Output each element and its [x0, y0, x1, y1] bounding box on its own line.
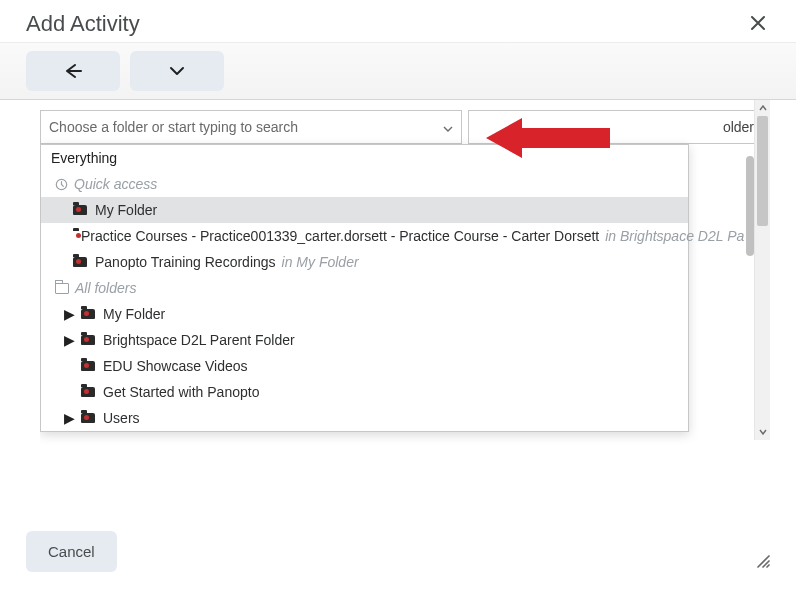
- folder-outline-icon: [55, 283, 69, 294]
- folder-search-combo[interactable]: Choose a folder or start typing to searc…: [40, 110, 462, 144]
- tree-item-my-folder[interactable]: ▶ My Folder: [41, 301, 688, 327]
- close-button[interactable]: [746, 10, 770, 38]
- dropdown-everything[interactable]: Everything: [41, 145, 688, 171]
- content-scrollbar[interactable]: [754, 100, 770, 440]
- folder-path-display: older": [468, 110, 770, 144]
- folder-icon: [81, 309, 95, 319]
- content-area: Choose a folder or start typing to searc…: [0, 100, 796, 460]
- quick-item-panopto-training[interactable]: Panopto Training Recordings in My Folder: [41, 249, 688, 275]
- folder-dropdown: Everything Quick access My Folder Practi…: [40, 144, 689, 432]
- toolbar: [0, 42, 796, 100]
- quick-item-practice-course[interactable]: Practice Courses - Practice001339_carter…: [41, 223, 688, 249]
- scroll-down-button[interactable]: [755, 424, 770, 440]
- dropdown-all-folders-header: All folders: [41, 275, 688, 301]
- quick-item-label: Panopto Training Recordings: [95, 254, 276, 270]
- quick-item-sublabel: in Brightspace D2L Pa: [605, 228, 744, 244]
- tree-item-users[interactable]: ▶ Users: [41, 405, 688, 431]
- context-menu-button[interactable]: [130, 51, 224, 91]
- expand-icon[interactable]: ▶: [63, 332, 75, 348]
- folder-search-placeholder: Choose a folder or start typing to searc…: [49, 119, 298, 135]
- modal-header: Add Activity: [0, 0, 796, 42]
- resize-grip[interactable]: [754, 552, 770, 572]
- arrow-left-icon: [63, 64, 83, 78]
- tree-item-get-started[interactable]: Get Started with Panopto: [41, 379, 688, 405]
- tree-item-label: Users: [103, 410, 140, 426]
- folder-icon: [81, 361, 95, 371]
- folder-icon: [73, 205, 87, 215]
- tree-item-label: EDU Showcase Videos: [103, 358, 247, 374]
- expand-icon[interactable]: ▶: [63, 306, 75, 322]
- folder-picker-container: Choose a folder or start typing to searc…: [40, 110, 770, 450]
- dropdown-quick-access-header: Quick access: [41, 171, 688, 197]
- cancel-button[interactable]: Cancel: [26, 531, 117, 572]
- chevron-down-icon: [169, 66, 185, 76]
- tree-item-label: Brightspace D2L Parent Folder: [103, 332, 295, 348]
- add-activity-modal: Add Activity Choose a folder or start ty…: [0, 0, 796, 596]
- tree-item-brightspace[interactable]: ▶ Brightspace D2L Parent Folder: [41, 327, 688, 353]
- chevron-down-icon: [759, 429, 767, 435]
- modal-footer: Cancel: [0, 515, 796, 596]
- tree-item-label: My Folder: [103, 306, 165, 322]
- combo-caret-icon: [443, 119, 453, 135]
- expand-icon[interactable]: ▶: [63, 410, 75, 426]
- quick-item-my-folder[interactable]: My Folder: [41, 197, 688, 223]
- back-button[interactable]: [26, 51, 120, 91]
- folder-icon: [73, 257, 87, 267]
- resize-grip-icon: [754, 552, 770, 568]
- quick-item-label: Practice Courses - Practice001339_carter…: [81, 228, 599, 244]
- tree-item-edu-showcase[interactable]: EDU Showcase Videos: [41, 353, 688, 379]
- quick-item-sublabel: in My Folder: [282, 254, 359, 270]
- modal-title: Add Activity: [26, 11, 140, 37]
- folder-icon: [81, 387, 95, 397]
- close-icon: [750, 15, 766, 31]
- tree-item-label: Get Started with Panopto: [103, 384, 259, 400]
- scroll-up-button[interactable]: [755, 100, 770, 116]
- scrollbar-thumb[interactable]: [757, 116, 768, 226]
- clock-icon: [55, 178, 68, 191]
- scrollbar-track[interactable]: [755, 116, 770, 424]
- search-row: Choose a folder or start typing to searc…: [40, 110, 770, 144]
- folder-icon: [81, 413, 95, 423]
- quick-item-label: My Folder: [95, 202, 157, 218]
- dropdown-scrollbar-thumb[interactable]: [746, 156, 754, 256]
- folder-icon: [81, 335, 95, 345]
- chevron-up-icon: [759, 105, 767, 111]
